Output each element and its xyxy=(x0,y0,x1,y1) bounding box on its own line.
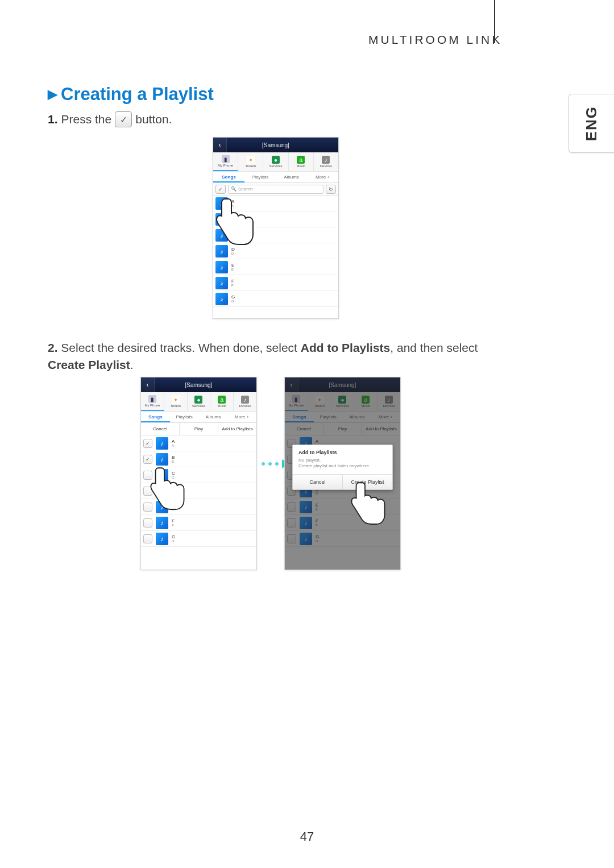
source-icon: ♪ xyxy=(385,396,393,404)
track-subtitle: D xyxy=(172,492,175,495)
track-row[interactable]: ♪FF xyxy=(141,515,256,531)
track-checkbox[interactable] xyxy=(143,487,152,496)
track-row[interactable]: ✓♪BB xyxy=(141,451,256,467)
track-subtitle: F xyxy=(231,284,234,287)
tab-playlists[interactable]: Playlists xyxy=(314,412,343,422)
source-devices[interactable]: ♪Devices xyxy=(234,392,256,411)
track-checkbox[interactable] xyxy=(287,502,296,512)
app-title: [Samsung] xyxy=(329,382,356,388)
tab-songs[interactable]: Songs xyxy=(213,172,244,182)
track-row[interactable]: ♪DD xyxy=(141,483,256,499)
track-row[interactable]: ♪FF xyxy=(213,275,338,291)
source-icon: ▮ xyxy=(292,395,300,403)
album-art-icon: ♪ xyxy=(156,517,168,529)
source-services[interactable]: ●Services xyxy=(263,152,288,171)
tab-albums[interactable]: Albums xyxy=(343,412,372,422)
select-mode-button[interactable]: ✓ xyxy=(215,185,226,194)
track-checkbox[interactable] xyxy=(143,502,152,512)
track-row[interactable]: ♪FF xyxy=(285,515,400,531)
track-row[interactable]: ♪CC xyxy=(141,467,256,483)
source-tunein[interactable]: ✦TuneIn xyxy=(238,152,263,171)
track-row[interactable]: ♪DD xyxy=(213,243,338,259)
source-devices[interactable]: ♪Devices xyxy=(377,392,400,411)
track-row[interactable]: ♪AA xyxy=(213,196,338,211)
track-row[interactable]: ♪GG xyxy=(141,531,256,547)
tab-more-[interactable]: More + xyxy=(227,412,256,422)
search-input[interactable]: 🔍Search xyxy=(228,185,323,194)
section-header: MULTIROOM LINK xyxy=(368,33,502,47)
track-row[interactable]: ♪GG xyxy=(213,291,338,307)
play-button[interactable]: Play xyxy=(323,423,362,435)
triangle-bullet-icon: ▶ xyxy=(48,87,57,102)
screenshot-phone-2: ‹ [Samsung] ▮My Phone✦TuneIn●ServicesaMu… xyxy=(140,377,257,570)
source-devices[interactable]: ♪Devices xyxy=(314,152,338,171)
tab-albums[interactable]: Albums xyxy=(199,412,228,422)
track-title: C xyxy=(172,471,175,476)
source-tunein[interactable]: ✦TuneIn xyxy=(164,392,188,411)
tab-albums[interactable]: Albums xyxy=(276,172,307,182)
track-list: ♪AA♪AA♪CC♪DD♪EE♪FF♪GG xyxy=(213,196,338,307)
source-icon: ♪ xyxy=(322,156,330,164)
dialog-create-button[interactable]: Create Playlist xyxy=(343,475,392,489)
source-music[interactable]: aMusic xyxy=(210,392,234,411)
track-row[interactable]: ♪EE xyxy=(285,499,400,515)
step-1-pre: Press the xyxy=(61,113,112,126)
album-art-icon: ♪ xyxy=(215,197,228,210)
track-checkbox[interactable]: ✓ xyxy=(143,439,152,448)
tab-more-[interactable]: More + xyxy=(371,412,400,422)
cancel-button[interactable]: Cancel xyxy=(285,423,323,435)
step-2-text-a: Select the desired tracks. When done, se… xyxy=(61,341,300,354)
language-tab-label: ENG xyxy=(583,106,600,141)
source-my-phone[interactable]: ▮My Phone xyxy=(285,392,308,411)
tab-playlists[interactable]: Playlists xyxy=(170,412,199,422)
source-icon: ✦ xyxy=(247,156,255,164)
tab-more-[interactable]: More + xyxy=(307,172,338,182)
source-label: TuneIn xyxy=(246,164,256,168)
source-label: My Phone xyxy=(288,404,304,407)
track-row[interactable]: ♪EE xyxy=(141,499,256,515)
track-title: A xyxy=(231,215,234,220)
play-button[interactable]: Play xyxy=(180,423,218,435)
track-title: A xyxy=(172,439,175,444)
cancel-button[interactable]: Cancel xyxy=(141,423,180,435)
track-row[interactable]: ♪EE xyxy=(213,259,338,275)
track-checkbox[interactable] xyxy=(287,518,296,528)
track-row[interactable]: ♪CC xyxy=(213,227,338,243)
track-subtitle: F xyxy=(172,524,175,527)
dialog-cancel-button[interactable]: Cancel xyxy=(293,475,343,489)
track-row[interactable]: ✓♪AA xyxy=(141,435,256,451)
track-title: D xyxy=(231,247,235,252)
tab-playlists[interactable]: Playlists xyxy=(244,172,276,182)
source-services[interactable]: ●Services xyxy=(331,392,355,411)
track-checkbox[interactable] xyxy=(287,534,296,543)
source-tunein[interactable]: ✦TuneIn xyxy=(308,392,331,411)
back-button[interactable]: ‹ xyxy=(213,138,227,152)
track-checkbox[interactable] xyxy=(143,518,152,528)
tab-songs[interactable]: Songs xyxy=(141,412,170,422)
source-services[interactable]: ●Services xyxy=(188,392,211,411)
track-checkbox[interactable] xyxy=(143,471,152,480)
action-row: CancelPlayAdd to Playlists xyxy=(285,423,400,435)
source-label: My Phone xyxy=(218,164,233,167)
tab-songs[interactable]: Songs xyxy=(285,412,314,422)
track-checkbox[interactable]: ✓ xyxy=(143,455,152,464)
source-icon: ▮ xyxy=(148,395,156,403)
album-art-icon: ♪ xyxy=(156,437,168,450)
source-icon: ● xyxy=(338,396,346,404)
back-button[interactable]: ‹ xyxy=(141,377,155,392)
source-music[interactable]: aMusic xyxy=(354,392,377,411)
refresh-button[interactable]: ↻ xyxy=(326,185,336,194)
track-checkbox[interactable] xyxy=(143,534,152,543)
track-row[interactable]: ♪AA xyxy=(213,211,338,227)
track-title: E xyxy=(172,503,175,508)
source-icon: a xyxy=(297,156,305,164)
dialog-line-2: Create playlist and listen anywhere xyxy=(298,463,387,469)
track-row[interactable]: ♪GG xyxy=(285,531,400,547)
track-list: ✓♪AA✓♪BB♪CC♪DD♪EE♪FF♪GG xyxy=(141,435,256,547)
add-to-playlists-button[interactable]: Add to Playlists xyxy=(362,423,400,435)
source-my-phone[interactable]: ▮My Phone xyxy=(141,392,164,411)
back-button[interactable]: ‹ xyxy=(285,377,298,392)
source-music[interactable]: aMusic xyxy=(289,152,314,171)
source-my-phone[interactable]: ▮My Phone xyxy=(213,152,238,171)
add-to-playlists-button[interactable]: Add to Playlists xyxy=(218,423,256,435)
